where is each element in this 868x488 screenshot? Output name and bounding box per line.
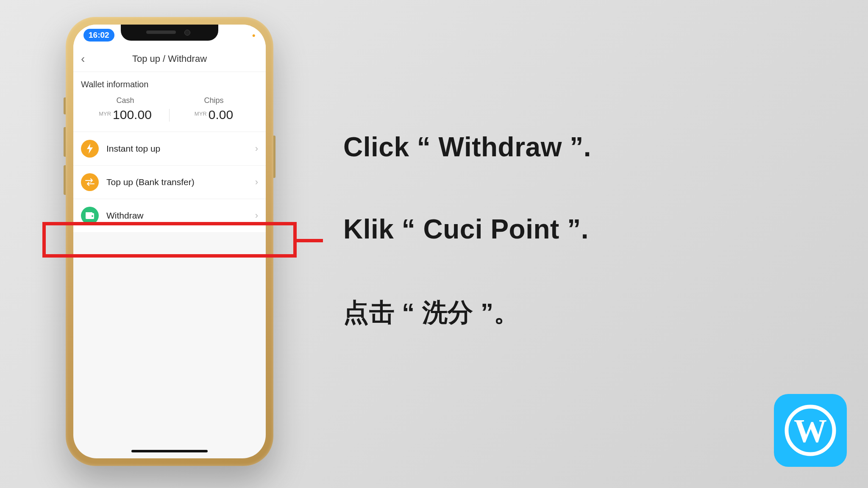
wallet-balances: Cash MYR 100.00 Chips MYR 0.00 (81, 96, 258, 122)
app-header: ‹ Top up / Withdraw (73, 46, 266, 72)
instruction-en: Click “ Withdraw ”. (343, 131, 591, 163)
menu-instant-topup-label: Instant top up (106, 144, 255, 154)
balance-cash: Cash MYR 100.00 (81, 96, 170, 122)
balance-chips: Chips MYR 0.00 (170, 96, 258, 122)
logo-w-icon: W (783, 403, 838, 458)
status-time: 16:02 (83, 29, 114, 42)
menu-bank-transfer-label: Top up (Bank transfer) (106, 177, 255, 187)
back-icon[interactable]: ‹ (81, 52, 85, 66)
phone-screen: 16:02 ● ‹ Top up / Withdraw Wallet infor… (73, 25, 266, 458)
balance-chips-label: Chips (170, 96, 258, 105)
cash-amount: 100.00 (113, 108, 152, 122)
chips-currency: MYR (195, 111, 207, 117)
chips-amount: 0.00 (209, 108, 233, 122)
cash-currency: MYR (99, 111, 111, 117)
menu-withdraw[interactable]: Withdraw › (73, 199, 266, 232)
instructions: Click “ Withdraw ”. Klik “ Cuci Point ”.… (343, 131, 591, 381)
chevron-right-icon: › (255, 210, 258, 221)
instruction-cn: 点击 “ 洗分 ”。 (343, 296, 591, 330)
menu-instant-topup[interactable]: Instant top up › (73, 132, 266, 166)
chevron-right-icon: › (255, 143, 258, 154)
wallet-info-section: Wallet information Cash MYR 100.00 Chips… (73, 72, 266, 131)
wallet-icon (81, 207, 99, 225)
highlight-connector (297, 239, 323, 242)
chevron-right-icon: › (255, 177, 258, 188)
phone-mockup: 16:02 ● ‹ Top up / Withdraw Wallet infor… (66, 17, 273, 466)
lightning-icon (81, 140, 99, 158)
app-logo: W (774, 394, 847, 467)
svg-point-2 (92, 215, 93, 217)
page-title: Top up / Withdraw (73, 53, 266, 64)
home-indicator (131, 450, 208, 452)
status-right-icons: ● (252, 32, 256, 39)
menu-withdraw-label: Withdraw (106, 211, 255, 221)
svg-text:W: W (794, 412, 827, 449)
balance-cash-label: Cash (81, 96, 170, 105)
svg-rect-1 (86, 212, 92, 214)
menu-list: Instant top up › Top up (Bank transfer) … (73, 132, 266, 232)
transfer-icon (81, 173, 99, 191)
wallet-heading: Wallet information (81, 80, 258, 89)
instruction-ms: Klik “ Cuci Point ”. (343, 214, 591, 245)
menu-bank-transfer[interactable]: Top up (Bank transfer) › (73, 166, 266, 199)
phone-notch (121, 25, 218, 41)
